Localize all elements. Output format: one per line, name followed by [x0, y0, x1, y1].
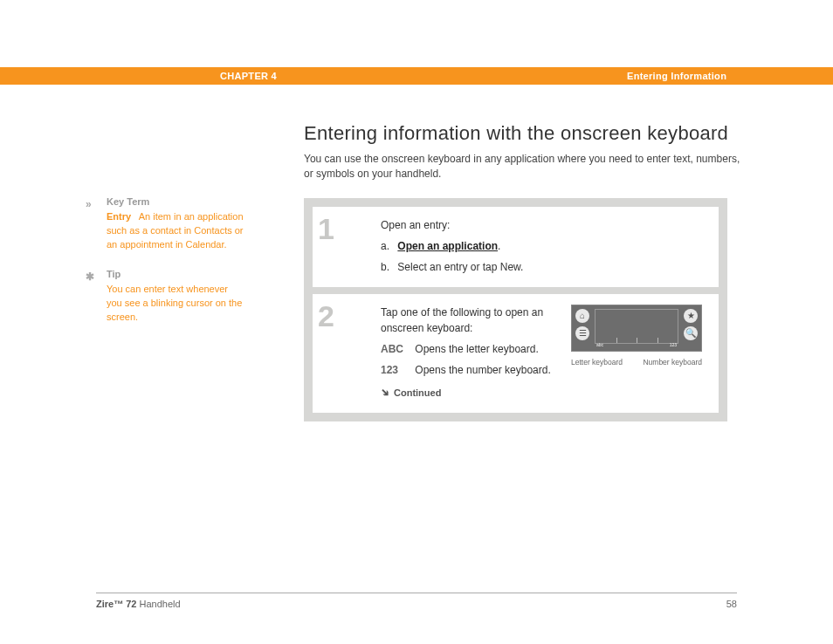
chapter-label: CHAPTER 4 [220, 71, 277, 81]
123-row: 123 Opens the number keyboard. [381, 362, 558, 378]
123-description: Opens the number keyboard. [415, 364, 550, 376]
product-rest: Handheld [136, 599, 180, 609]
letter-keyboard-caption: Letter keyboard [571, 357, 623, 368]
sidebar: » Key Term Entry An item in an applicati… [87, 195, 244, 340]
step-1: 1 Open an entry: a. Open an application.… [313, 207, 719, 287]
substep-a-prefix: a. [381, 240, 389, 252]
step-body: Tap one of the following to open an onsc… [368, 294, 719, 413]
tip-label: Tip [107, 268, 244, 282]
main-content: Entering information with the onscreen k… [304, 122, 740, 421]
page-title: Entering information with the onscreen k… [304, 122, 740, 145]
step-number-cell: 2 [313, 294, 368, 413]
writing-labels: abc 123 [572, 342, 701, 349]
abc-label: ABC [381, 341, 412, 357]
key-term-text: Entry An item in an application such as … [107, 210, 244, 252]
arrow-down-right-icon: ➔ [376, 384, 394, 401]
substep-b-text: Select an entry or tap New. [397, 261, 523, 273]
writing-area [595, 309, 678, 344]
substep-a-suffix: . [498, 240, 500, 252]
step-text: Tap one of the following to open an onsc… [381, 305, 558, 401]
page-footer: Zire™ 72 Handheld 58 [96, 599, 737, 609]
abc-row: ABC Opens the letter keyboard. [381, 341, 558, 357]
open-application-link[interactable]: Open an application [397, 240, 498, 252]
chapter-header-bar: CHAPTER 4 Entering Information [0, 67, 833, 85]
key-term-block: » Key Term Entry An item in an applicati… [87, 195, 244, 252]
find-icon: 🔍 [684, 326, 698, 340]
step-lead: Open an entry: [381, 217, 706, 233]
123-corner-label: 123 [670, 342, 677, 349]
star-icon: ★ [684, 309, 698, 323]
step-lead: Tap one of the following to open an onsc… [381, 305, 558, 336]
product-bold: Zire™ 72 [96, 599, 136, 609]
product-name: Zire™ 72 Handheld [96, 599, 181, 609]
document-page: CHAPTER 4 Entering Information » Key Ter… [0, 0, 833, 644]
continued-label: Continued [394, 386, 441, 401]
footer-rule [96, 593, 737, 593]
device-figure: ⌂ ☰ ★ 🔍 abc 123 [567, 305, 706, 401]
tip-text: You can enter text whenever you see a bl… [107, 283, 244, 325]
key-term-label: Key Term [107, 195, 244, 209]
tip-block: ✱ Tip You can enter text whenever you se… [87, 268, 244, 325]
step-body: Open an entry: a. Open an application. b… [368, 207, 719, 287]
page-number: 58 [726, 599, 737, 609]
key-term-word: Entry [107, 211, 131, 222]
abc-corner-label: abc [596, 342, 603, 349]
123-label: 123 [381, 362, 412, 378]
substep-b: b. Select an entry or tap New. [381, 259, 706, 275]
step-number: 1 [318, 212, 334, 246]
home-icon: ⌂ [575, 309, 589, 323]
step-2: 2 Tap one of the following to open an on… [313, 294, 719, 413]
chevron-right-icon: » [86, 197, 92, 212]
continued-indicator: ➔ Continued [381, 385, 558, 401]
abc-description: Opens the letter keyboard. [415, 343, 538, 355]
step-number: 2 [318, 299, 334, 333]
steps-container: 1 Open an entry: a. Open an application.… [304, 198, 727, 421]
intro-paragraph: You can use the onscreen keyboard in any… [304, 152, 740, 182]
substep-b-prefix: b. [381, 261, 389, 273]
step-text: Open an entry: a. Open an application. b… [381, 217, 706, 275]
graffiti-area: ⌂ ☰ ★ 🔍 abc 123 [571, 305, 702, 352]
asterisk-icon: ✱ [86, 270, 94, 284]
menu-icon: ☰ [575, 326, 589, 340]
section-label: Entering Information [627, 67, 726, 85]
substep-a: a. Open an application. [381, 238, 706, 254]
number-keyboard-caption: Number keyboard [643, 357, 702, 368]
figure-captions: Letter keyboard Number keyboard [571, 357, 702, 368]
step-number-cell: 1 [313, 207, 368, 287]
